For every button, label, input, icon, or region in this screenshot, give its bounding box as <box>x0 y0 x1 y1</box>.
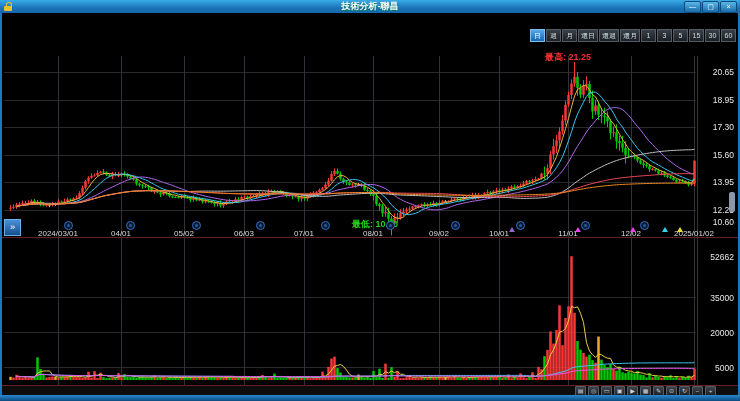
window-controls: —▢× <box>684 1 737 13</box>
month-marker-icon[interactable] <box>640 221 649 230</box>
period-button-週[interactable]: 週 <box>546 29 561 42</box>
date-axis-label: 06/03 <box>234 229 254 238</box>
date-axis-label: 07/01 <box>294 229 314 238</box>
price-axis-label: 15.60 <box>700 150 734 160</box>
period-button-3[interactable]: 3 <box>657 29 672 42</box>
month-marker-icon[interactable] <box>321 221 330 230</box>
period-button-還週[interactable]: 還週 <box>599 29 619 42</box>
event-marker-icon[interactable] <box>662 227 668 232</box>
period-button-30[interactable]: 30 <box>705 29 720 42</box>
volume-axis-label: 35000 <box>700 293 734 303</box>
volume-axis-label: 20000 <box>700 328 734 338</box>
price-axis-bottom-label: 10.60 <box>700 217 734 227</box>
period-button-60[interactable]: 60 <box>721 29 736 42</box>
date-axis-label: 05/02 <box>174 229 194 238</box>
window-title: 技術分析-聯昌 <box>0 0 740 13</box>
month-marker-icon[interactable] <box>581 221 590 230</box>
lock-icon <box>4 2 12 11</box>
price-axis-label: 18.95 <box>700 95 734 105</box>
period-buttons: 日週月還日還週還月135153060 <box>530 29 736 42</box>
month-marker-icon[interactable] <box>516 221 525 230</box>
month-marker-icon[interactable] <box>64 221 73 230</box>
window-border-left <box>0 13 2 395</box>
status-bar <box>0 395 740 401</box>
period-button-日[interactable]: 日 <box>530 29 545 42</box>
event-marker-icon[interactable] <box>509 227 515 232</box>
period-button-月[interactable]: 月 <box>562 29 577 42</box>
price-axis-label: 20.65 <box>700 67 734 77</box>
month-marker-icon[interactable] <box>451 221 460 230</box>
month-marker-icon[interactable] <box>386 221 395 230</box>
scrollbar-thumb[interactable] <box>729 192 735 212</box>
maximize-button[interactable]: ▢ <box>702 1 719 13</box>
month-marker-icon[interactable] <box>126 221 135 230</box>
period-button-15[interactable]: 15 <box>689 29 704 42</box>
period-button-還日[interactable]: 還日 <box>578 29 598 42</box>
event-marker-icon[interactable] <box>677 227 683 232</box>
date-axis-label: 08/01 <box>363 229 383 238</box>
highest-price-annotation: 最高: 21.25 <box>545 51 591 64</box>
app-window: 技術分析-聯昌 —▢× ⊕ 聯昌 15.25 ▲ 1.35(+9.71%) 單:… <box>0 0 740 401</box>
date-axis-label: 10/01 <box>489 229 509 238</box>
chart-canvas[interactable] <box>0 0 740 401</box>
date-axis-label: 04/01 <box>111 229 131 238</box>
date-axis-label: 09/02 <box>429 229 449 238</box>
bottom-toolbar: ▤◎▭▣▶▦✎⊙↻−+ <box>0 386 740 395</box>
period-button-1[interactable]: 1 <box>641 29 656 42</box>
expand-button[interactable]: » <box>4 219 21 236</box>
close-button[interactable]: × <box>720 1 737 13</box>
month-marker-icon[interactable] <box>192 221 201 230</box>
month-marker-icon[interactable] <box>256 221 265 230</box>
price-axis-label: 17.30 <box>700 122 734 132</box>
price-axis-label: 13.95 <box>700 177 734 187</box>
date-axis-label: 2024/03/01 <box>38 229 78 238</box>
title-bar[interactable]: 技術分析-聯昌 —▢× <box>0 0 740 13</box>
event-marker-icon[interactable] <box>630 227 636 232</box>
event-marker-icon[interactable] <box>575 227 581 232</box>
period-button-還月[interactable]: 還月 <box>620 29 640 42</box>
volume-axis-label: 52662 <box>700 252 734 262</box>
minimize-button[interactable]: — <box>684 1 701 13</box>
volume-axis-label: 5000 <box>700 363 734 373</box>
period-button-5[interactable]: 5 <box>673 29 688 42</box>
